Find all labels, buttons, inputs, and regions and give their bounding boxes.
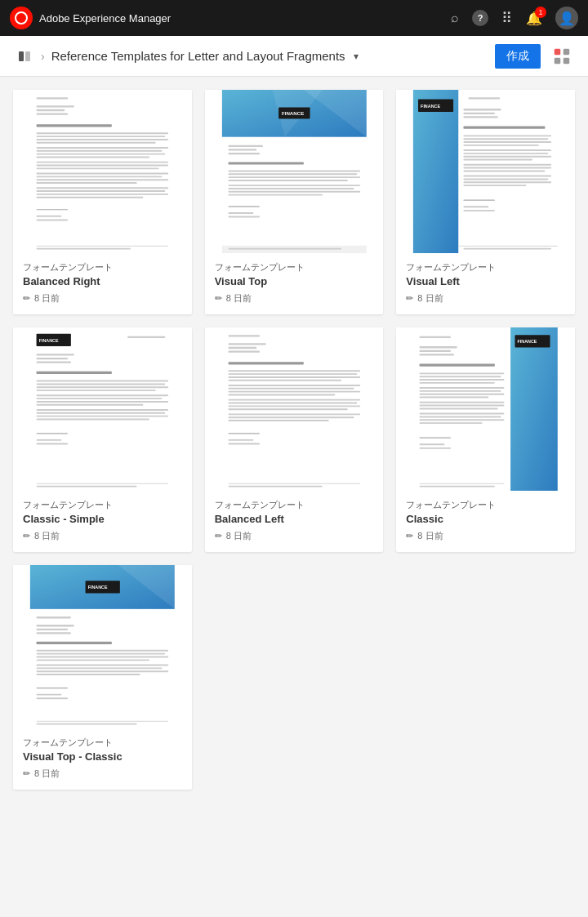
template-card[interactable]: FINANCE [13, 327, 192, 552]
view-toggle-button[interactable] [549, 43, 575, 69]
template-thumbnail-visual-left: FINANCE [396, 90, 575, 253]
create-button[interactable]: 作成 [495, 44, 541, 69]
svg-rect-116 [228, 347, 256, 349]
template-card[interactable]: FINANCE [205, 90, 384, 314]
svg-rect-95 [37, 372, 112, 374]
svg-rect-91 [127, 336, 165, 338]
svg-rect-30 [37, 197, 144, 198]
svg-rect-155 [420, 397, 489, 398]
svg-rect-180 [37, 657, 169, 658]
template-card[interactable]: フォームテンプレート Balanced Right ✏ 8 日前 [13, 90, 192, 314]
template-info: フォームテンプレート Classic ✏ 8 日前 [396, 491, 575, 552]
svg-rect-72 [464, 149, 552, 151]
template-card[interactable]: フォームテンプレート Balanced Left ✏ 8 日前 [205, 327, 384, 552]
svg-rect-104 [37, 409, 169, 411]
template-info: フォームテンプレート Balanced Left ✏ 8 日前 [205, 491, 384, 552]
svg-rect-143 [420, 336, 451, 338]
svg-rect-0 [19, 51, 24, 61]
svg-rect-162 [420, 422, 483, 424]
svg-rect-156 [420, 402, 505, 403]
svg-rect-161 [420, 419, 505, 421]
svg-rect-185 [37, 674, 140, 675]
svg-rect-122 [228, 380, 341, 381]
svg-rect-173 [37, 617, 71, 618]
template-info: フォームテンプレート Visual Left ✏ 8 日前 [396, 253, 575, 314]
svg-rect-178 [37, 650, 169, 652]
edit-icon: ✏ [23, 531, 30, 541]
main-content: フォームテンプレート Balanced Right ✏ 8 日前 [0, 77, 588, 803]
svg-rect-148 [420, 372, 505, 374]
svg-rect-134 [228, 433, 259, 434]
svg-rect-31 [37, 209, 68, 210]
svg-rect-65 [464, 113, 495, 114]
svg-rect-87 [464, 248, 552, 250]
template-thumbnail-classic: FINANCE [396, 327, 575, 491]
apps-icon[interactable]: ⠿ [501, 9, 513, 27]
svg-rect-123 [228, 385, 360, 386]
svg-rect-115 [228, 343, 265, 345]
edit-icon: ✏ [23, 768, 30, 779]
svg-rect-181 [37, 659, 149, 661]
svg-rect-103 [37, 404, 144, 406]
svg-rect-99 [37, 390, 156, 391]
svg-rect-189 [37, 721, 169, 722]
template-info: フォームテンプレート Balanced Right ✏ 8 日前 [13, 253, 192, 314]
template-thumbnail-balanced-left [205, 327, 384, 491]
svg-rect-176 [37, 632, 71, 634]
svg-rect-160 [420, 416, 501, 417]
svg-rect-117 [228, 350, 259, 352]
dropdown-arrow-icon[interactable]: ▾ [354, 51, 359, 62]
svg-rect-182 [37, 665, 169, 666]
svg-rect-102 [37, 401, 169, 403]
template-name: Visual Top - Classic [23, 750, 182, 763]
svg-rect-93 [37, 358, 68, 359]
template-info: フォームテンプレート Visual Top ✏ 8 日前 [205, 253, 384, 314]
svg-rect-82 [464, 185, 527, 186]
svg-rect-124 [228, 388, 354, 390]
template-category: フォームテンプレート [215, 499, 374, 511]
toolbar: › Reference Templates for Letter and Lay… [0, 36, 588, 77]
svg-rect-26 [37, 182, 137, 184]
svg-rect-140 [510, 327, 558, 491]
svg-rect-75 [464, 159, 533, 161]
svg-rect-22 [37, 167, 159, 169]
svg-rect-34 [37, 246, 169, 247]
svg-rect-144 [420, 346, 457, 348]
edit-icon: ✏ [23, 293, 30, 304]
sidebar-toggle-icon[interactable] [13, 45, 36, 68]
svg-rect-63 [469, 97, 500, 99]
template-card[interactable]: FINANCE [13, 565, 192, 790]
svg-rect-165 [420, 447, 451, 449]
template-date: 8 日前 [417, 530, 443, 542]
svg-rect-76 [464, 164, 552, 166]
help-icon[interactable]: ? [472, 10, 488, 26]
svg-rect-121 [228, 376, 360, 378]
svg-rect-17 [37, 150, 163, 152]
svg-rect-43 [228, 149, 256, 150]
svg-rect-186 [37, 688, 68, 688]
user-avatar[interactable]: 👤 [555, 7, 578, 29]
svg-rect-7 [37, 97, 68, 99]
svg-rect-135 [228, 439, 253, 441]
template-info: フォームテンプレート Visual Top - Classic ✏ 8 日前 [13, 728, 192, 790]
chevron-icon[interactable]: › [41, 50, 45, 63]
search-icon[interactable]: ⌕ [451, 11, 459, 25]
svg-rect-55 [228, 212, 253, 214]
svg-rect-54 [228, 206, 259, 207]
svg-rect-94 [37, 362, 71, 363]
svg-text:FINANCE: FINANCE [518, 339, 537, 344]
template-date: 8 日前 [226, 292, 252, 305]
template-card[interactable]: FINANCE [396, 90, 575, 314]
svg-rect-73 [464, 153, 549, 154]
template-meta: ✏ 8 日前 [406, 292, 565, 305]
svg-rect-44 [228, 153, 259, 154]
template-card[interactable]: FINANCE [396, 327, 575, 552]
svg-rect-78 [464, 170, 546, 171]
svg-rect-100 [37, 394, 169, 396]
svg-rect-86 [459, 246, 559, 247]
template-meta: ✏ 8 日前 [23, 530, 182, 542]
svg-text:FINANCE: FINANCE [421, 104, 440, 109]
svg-rect-138 [228, 486, 322, 487]
svg-rect-146 [420, 354, 454, 355]
svg-rect-80 [464, 178, 549, 180]
